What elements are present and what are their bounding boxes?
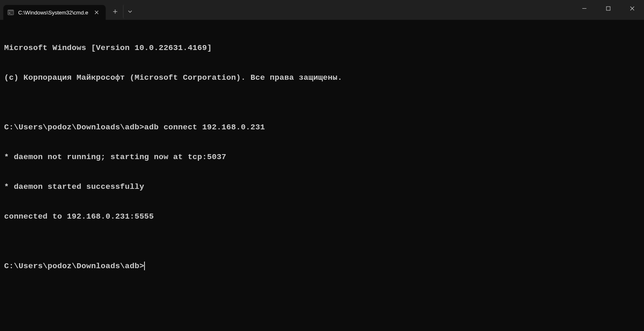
terminal-prompt: C:\Users\podoz\Downloads\adb> — [4, 261, 144, 271]
close-window-button[interactable] — [620, 0, 644, 17]
tab-cmd[interactable]: >_ C:\Windows\System32\cmd.e — [3, 5, 106, 20]
terminal-line: * daemon started successfully — [4, 182, 640, 192]
terminal-prompt-line: C:\Users\podoz\Downloads\adb> — [4, 261, 640, 271]
terminal-output[interactable]: Microsoft Windows [Version 10.0.22631.41… — [0, 20, 644, 284]
chevron-down-icon — [128, 10, 132, 13]
svg-text:>_: >_ — [9, 12, 12, 15]
terminal-cursor — [144, 262, 145, 270]
maximize-button[interactable] — [596, 0, 620, 17]
new-tab-button[interactable] — [108, 5, 122, 19]
close-icon — [630, 6, 635, 11]
plus-icon — [113, 9, 118, 14]
terminal-line: C:\Users\podoz\Downloads\adb>adb connect… — [4, 122, 640, 132]
titlebar: >_ C:\Windows\System32\cmd.e — [0, 0, 644, 20]
terminal-line: Microsoft Windows [Version 10.0.22631.41… — [4, 43, 640, 53]
svg-rect-1 — [8, 10, 14, 11]
maximize-icon — [606, 6, 611, 11]
tab-dropdown-button[interactable] — [123, 5, 137, 19]
tabs-area: >_ C:\Windows\System32\cmd.e — [0, 0, 137, 20]
cmd-icon: >_ — [7, 9, 14, 16]
tab-close-button[interactable] — [92, 8, 101, 17]
minimize-button[interactable] — [572, 0, 596, 17]
terminal-line: * daemon not running; starting now at tc… — [4, 152, 640, 162]
tab-title: C:\Windows\System32\cmd.e — [18, 10, 88, 16]
close-icon — [95, 10, 99, 14]
svg-rect-8 — [606, 7, 610, 10]
window-controls — [572, 0, 644, 17]
minimize-icon — [582, 6, 587, 11]
terminal-line: connected to 192.168.0.231:5555 — [4, 212, 640, 221]
terminal-line: (c) Корпорация Майкрософт (Microsoft Cor… — [4, 73, 640, 83]
